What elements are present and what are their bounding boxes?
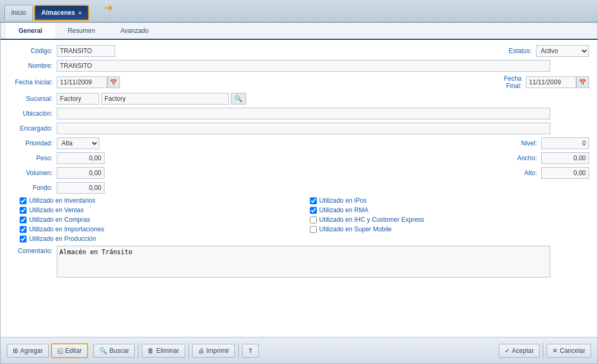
nombre-input[interactable] [57,60,550,72]
row-fechas: Fecha Inicial: 📅 Fecha Final: 📅 [9,75,589,90]
checkbox-ventas-input[interactable] [20,207,27,214]
row-sucursal: Sucursal: 🔍 [9,93,589,105]
subtab-avanzado[interactable]: Avanzado [108,23,161,40]
subtab-general[interactable]: General [6,23,55,40]
row-encargado: Encargado: [9,123,589,134]
comentario-textarea[interactable]: Almacén en Tránsito [57,246,550,278]
checkbox-rma: Utilizado en RMA [310,206,590,214]
buscar-label: Buscar [109,347,129,354]
ubicacion-input[interactable] [57,108,550,119]
row-nombre: Nombre: [9,60,589,72]
fecha-final-cal-button[interactable]: 📅 [576,76,589,88]
checkbox-importaciones-input[interactable] [20,226,27,233]
buscar-button[interactable]: 🔍 Buscar [93,344,135,358]
alto-input[interactable] [541,167,589,179]
toolbar-separator3 [238,343,239,359]
fondo-input[interactable] [57,182,105,194]
checkbox-produccion: Utilizado en Producción [20,235,299,242]
tab-almacenes-label: Almacenes [41,9,75,16]
checkbox-ventas: Utilizado en Ventas [20,206,299,214]
alto-label: Alto: [504,169,541,177]
checkbox-compras-input[interactable] [20,216,27,223]
checkbox-rma-input[interactable] [310,207,317,214]
volumen-input[interactable] [57,167,105,179]
toolbar-separator1 [138,343,138,359]
row-volumen: Volumen: Alto: [9,167,589,179]
checkbox-produccion-input[interactable] [20,236,27,242]
checkbox-supermobile-label: Utilizado en Super Mobile [319,226,392,233]
aceptar-label: Aceptar [512,347,534,354]
checkbox-supermobile-input[interactable] [310,226,317,233]
row-codigo: Código: Estatus: Activo Inactivo [9,45,589,57]
collapse-icon: ⇑ [248,347,253,354]
sucursal-code-input[interactable] [57,93,99,105]
tab-almacenes[interactable]: Almacenes × [34,5,89,21]
checkbox-ipos-label: Utilizado en iPos [319,197,367,204]
toolbar-separator4 [543,343,543,359]
checkbox-inventarios-input[interactable] [20,197,27,204]
checkbox-produccion-label: Utilizado en Producción [29,235,96,242]
fecha-final-label: Fecha [504,75,522,82]
checkbox-compras: Utilizado en Compras [20,216,299,223]
nivel-input[interactable] [541,137,589,149]
checkbox-compras-label: Utilizado en Compras [29,216,90,223]
checkbox-supermobile: Utilizado en Super Mobile [310,226,590,233]
aceptar-button[interactable]: ✓ Aceptar [499,344,540,358]
collapse-button[interactable]: ⇑ [242,344,259,358]
subtab-resumen[interactable]: Resumen [55,23,108,40]
cancelar-button[interactable]: ✕ Cancelar [547,344,591,358]
fecha-inicial-cal-button[interactable]: 📅 [107,76,120,88]
nivel-label: Nivel: [504,140,541,147]
comentario-label: Comentario: [9,246,57,255]
cancelar-label: Cancelar [560,347,585,354]
ubicacion-label: Ubicación: [9,110,57,117]
ancho-input[interactable] [541,152,589,164]
agregar-icon: ⊞ [13,347,18,354]
cancelar-icon: ✕ [552,347,558,354]
agregar-label: Agregar [20,347,43,354]
checkbox-ihc: Utilizado en IHC y Customer Express [310,216,590,223]
eliminar-button[interactable]: 🗑 Eliminar [142,344,185,358]
checkbox-ipos-input[interactable] [310,197,317,204]
imprimir-button[interactable]: 🖨 Imprimir [192,344,235,358]
eliminar-label: Eliminar [156,347,179,354]
encargado-input[interactable] [57,123,550,134]
prioridad-label: Prioridad: [9,140,57,147]
agregar-button[interactable]: ⊞ Agregar [7,344,49,358]
checkbox-inventarios: Utilizado en Inventarios [20,197,299,204]
tab-inicio-label: Inicio [11,9,26,16]
fecha-final-input[interactable] [526,76,576,88]
tab-inicio[interactable]: Inicio [4,5,33,21]
estatus-select[interactable]: Activo Inactivo [536,45,589,57]
checkbox-ihc-label: Utilizado en IHC y Customer Express [319,216,424,223]
sucursal-search-button[interactable]: 🔍 [231,93,246,105]
buscar-icon: 🔍 [99,347,107,354]
checkbox-ihc-input[interactable] [310,216,317,223]
checkbox-importaciones: Utilizado en Importaciones [20,226,299,233]
aceptar-icon: ✓ [505,347,510,354]
nombre-label: Nombre: [9,62,57,70]
checkbox-rma-label: Utilizado en RMA [319,206,369,214]
estatus-label: Estatus: [499,47,536,55]
toolbar-separator2 [188,343,189,359]
editar-icon: ◱ [57,347,63,354]
tab-close-icon[interactable]: × [78,10,81,16]
fecha-final-label2: Final: [506,82,522,90]
fondo-label: Fondo: [9,184,57,192]
fecha-inicial-input[interactable] [57,76,107,88]
codigo-input[interactable] [57,45,115,57]
sucursal-label: Sucursal: [9,95,57,102]
row-peso: Peso: Ancho: [9,152,589,164]
codigo-label: Código: [9,47,57,55]
prioridad-select[interactable]: Alta Media Baja [57,137,99,149]
form-area: Código: Estatus: Activo Inactivo Nombre:… [1,40,597,337]
checkbox-importaciones-label: Utilizado en Importaciones [29,226,104,233]
imprimir-icon: 🖨 [198,347,204,354]
peso-input[interactable] [57,152,105,164]
editar-label: Editar [65,347,82,354]
row-comentario: Comentario: Almacén en Tránsito [9,246,589,278]
editar-button[interactable]: ◱ Editar [51,343,88,358]
fecha-inicial-label: Fecha Inicial: [9,79,57,86]
ancho-label: Ancho: [504,154,541,162]
sucursal-name-input[interactable] [101,93,229,105]
